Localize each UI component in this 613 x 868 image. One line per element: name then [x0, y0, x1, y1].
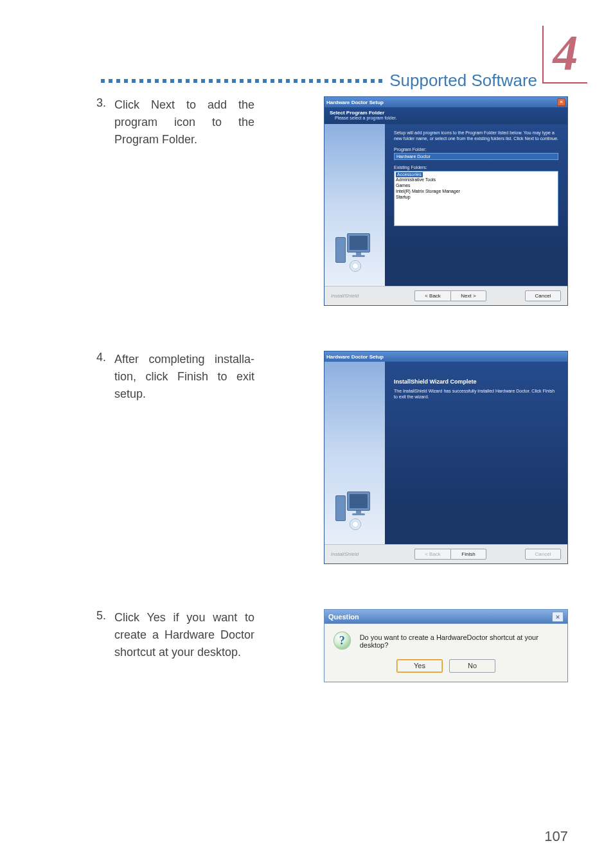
- cancel-button[interactable]: Cancel: [525, 290, 561, 301]
- dialog-text: Do you want to create a HardwareDoctor s…: [360, 632, 558, 653]
- installer-window-select-folder: Hardware Doctor Setup × Select Program F…: [324, 96, 568, 306]
- brand-label: InstallShield: [331, 293, 359, 299]
- wizard-footer: InstallShield < Back Finish Cancel: [324, 544, 567, 563]
- subheader-title: Select Program Folder: [330, 110, 562, 116]
- titlebar: Hardware Doctor Setup ×: [324, 97, 567, 107]
- step-3: 3. Click Next to add the program icon to…: [96, 96, 568, 306]
- wizard-side-art: [324, 362, 385, 544]
- chapter-number: 4: [553, 28, 578, 78]
- intro-text: Setup will add program icons to the Prog…: [394, 130, 558, 142]
- footer-buttons: < Back Finish Cancel: [414, 549, 561, 560]
- computer-icon: [335, 232, 374, 268]
- window-title: Hardware Doctor Setup: [326, 354, 384, 360]
- list-item[interactable]: Administrative Tools: [396, 177, 556, 183]
- step-number: 3.: [96, 96, 114, 110]
- page-content: 3. Click Next to add the program icon to…: [96, 96, 568, 727]
- list-item[interactable]: Games: [396, 183, 556, 189]
- step-text: Click Next to add the program icon to th…: [114, 96, 260, 148]
- close-button[interactable]: ×: [552, 612, 564, 622]
- no-button[interactable]: No: [449, 659, 495, 673]
- list-item[interactable]: Intel(R) Matrix Storage Manager: [396, 189, 556, 195]
- subheader: Select Program Folder Please select a pr…: [324, 107, 567, 124]
- wizard-main: Setup will add program icons to the Prog…: [385, 124, 567, 286]
- dialog-buttons: Yes No: [324, 655, 567, 682]
- question-dialog: Question × ? Do you want to create a Har…: [324, 609, 568, 682]
- step-number: 5.: [96, 609, 114, 623]
- yes-button[interactable]: Yes: [396, 659, 443, 673]
- next-button[interactable]: Next >: [450, 290, 486, 301]
- footer-buttons: < Back Next > Cancel: [414, 290, 561, 301]
- dialog-body: ? Do you want to create a HardwareDoctor…: [324, 624, 567, 655]
- finish-button[interactable]: Finish: [450, 549, 486, 560]
- section-title: Supported Software: [389, 71, 537, 91]
- section-title-row: Supported Software: [101, 71, 537, 91]
- step-text: Click Yes if you want to create a Hardwa…: [114, 609, 260, 661]
- titlebar: Question ×: [324, 610, 567, 624]
- step-4: 4. After completing installa­tion, click…: [96, 351, 568, 564]
- dotted-leader: [101, 79, 384, 83]
- step-number: 4.: [96, 351, 114, 364]
- wizard-main: InstallShield Wizard Complete The Instal…: [385, 362, 567, 544]
- computer-icon: [335, 490, 374, 526]
- step-figure: Hardware Doctor Setup Ins: [260, 351, 568, 564]
- wizard-side-art: [324, 124, 385, 286]
- wizard-body: Setup will add program icons to the Prog…: [324, 124, 567, 286]
- step-figure: Hardware Doctor Setup × Select Program F…: [260, 96, 568, 306]
- question-icon: ?: [333, 632, 351, 650]
- titlebar: Hardware Doctor Setup: [324, 351, 567, 362]
- cancel-button: Cancel: [525, 549, 561, 560]
- existing-folders-listbox[interactable]: Accessories Administrative Tools Games I…: [394, 171, 558, 226]
- subheader-desc: Please select a program folder.: [335, 116, 562, 120]
- list-item[interactable]: Accessories: [396, 172, 423, 178]
- program-folder-label: Program Folder:: [394, 147, 558, 152]
- page-header: Supported Software 4: [0, 26, 613, 84]
- program-folder-input[interactable]: Hardware Doctor: [394, 153, 558, 160]
- page-number: 107: [544, 828, 568, 845]
- close-button[interactable]: ×: [557, 98, 565, 106]
- step-text: After completing installa­tion, click Fi…: [114, 351, 260, 403]
- step-figure: Question × ? Do you want to create a Har…: [260, 609, 568, 682]
- step-5: 5. Click Yes if you want to create a Har…: [96, 609, 568, 682]
- window-title: Hardware Doctor Setup: [326, 100, 384, 105]
- complete-title: InstallShield Wizard Complete: [394, 378, 558, 385]
- brand-label: InstallShield: [331, 551, 359, 557]
- installer-window-complete: Hardware Doctor Setup Ins: [324, 351, 568, 564]
- wizard-footer: InstallShield < Back Next > Cancel: [324, 286, 567, 305]
- dialog-title: Question: [328, 613, 359, 621]
- back-button[interactable]: < Back: [414, 290, 450, 301]
- complete-text: The InstallShield Wizard has successfull…: [394, 389, 558, 400]
- list-item[interactable]: Startup: [396, 195, 556, 200]
- wizard-body: InstallShield Wizard Complete The Instal…: [324, 362, 567, 544]
- back-button: < Back: [414, 549, 450, 560]
- chapter-box: 4: [542, 26, 587, 84]
- existing-folders-label: Existing Folders:: [394, 165, 558, 170]
